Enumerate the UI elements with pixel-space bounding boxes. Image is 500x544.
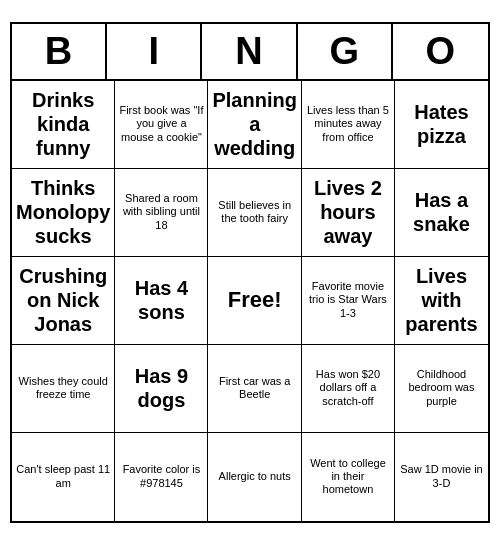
bingo-cell-6: Shared a room with sibling until 18 [115, 169, 208, 257]
bingo-header: BINGO [12, 24, 488, 81]
bingo-cell-24: Saw 1D movie in 3-D [395, 433, 488, 521]
bingo-cell-23: Went to college in their hometown [302, 433, 395, 521]
bingo-cell-8: Lives 2 hours away [302, 169, 395, 257]
header-letter-G: G [298, 24, 393, 79]
bingo-card: BINGO Drinks kinda funnyFirst book was "… [10, 22, 490, 523]
header-letter-I: I [107, 24, 202, 79]
bingo-cell-16: Has 9 dogs [115, 345, 208, 433]
bingo-cell-15: Wishes they could freeze time [12, 345, 115, 433]
bingo-cell-11: Has 4 sons [115, 257, 208, 345]
bingo-cell-18: Has won $20 dollars off a scratch-off [302, 345, 395, 433]
bingo-cell-4: Hates pizza [395, 81, 488, 169]
bingo-cell-9: Has a snake [395, 169, 488, 257]
header-letter-B: B [12, 24, 107, 79]
bingo-cell-20: Can't sleep past 11 am [12, 433, 115, 521]
header-letter-N: N [202, 24, 297, 79]
bingo-cell-13: Favorite movie trio is Star Wars 1-3 [302, 257, 395, 345]
bingo-cell-19: Childhood bedroom was purple [395, 345, 488, 433]
bingo-grid: Drinks kinda funnyFirst book was "If you… [12, 81, 488, 521]
bingo-cell-7: Still believes in the tooth fairy [208, 169, 301, 257]
bingo-cell-5: Thinks Monolopy sucks [12, 169, 115, 257]
bingo-cell-17: First car was a Beetle [208, 345, 301, 433]
bingo-cell-2: Planning a wedding [208, 81, 301, 169]
bingo-cell-1: First book was "If you give a mouse a co… [115, 81, 208, 169]
bingo-cell-12: Free! [208, 257, 301, 345]
bingo-cell-21: Favorite color is #978145 [115, 433, 208, 521]
header-letter-O: O [393, 24, 488, 79]
bingo-cell-10: Crushing on Nick Jonas [12, 257, 115, 345]
bingo-cell-14: Lives with parents [395, 257, 488, 345]
bingo-cell-3: Lives less than 5 minutes away from offi… [302, 81, 395, 169]
bingo-cell-22: Allergic to nuts [208, 433, 301, 521]
bingo-cell-0: Drinks kinda funny [12, 81, 115, 169]
